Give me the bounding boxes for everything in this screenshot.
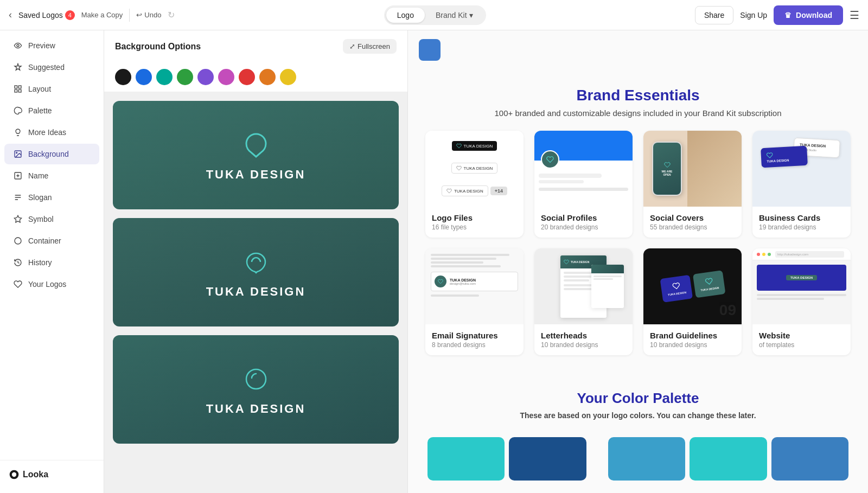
svg-rect-3 bbox=[15, 89, 17, 92]
symbol-icon bbox=[13, 214, 23, 224]
slogan-icon bbox=[13, 193, 23, 202]
svg-marker-8 bbox=[14, 215, 21, 222]
swatch-green[interactable] bbox=[177, 69, 193, 85]
sidebar-item-your-logos[interactable]: Your Logos bbox=[4, 274, 99, 294]
sidebar-item-slogan[interactable]: Slogan bbox=[4, 187, 99, 208]
sidebar-item-more-ideas[interactable]: More Ideas bbox=[4, 122, 99, 143]
fullscreen-button[interactable]: ⤢ Fullscreen bbox=[343, 39, 397, 54]
logo-preview-3[interactable]: TUKA DESIGN bbox=[113, 335, 399, 444]
container-label: Container bbox=[28, 236, 61, 245]
chevron-down-icon: ▾ bbox=[469, 11, 473, 20]
selected-color-square[interactable] bbox=[419, 39, 441, 61]
social-covers-sub: 55 branded designs bbox=[650, 223, 735, 231]
design-card-letterheads[interactable]: TUKA DESIGN bbox=[534, 248, 633, 355]
layout-icon bbox=[13, 84, 23, 94]
color-swatches bbox=[104, 62, 407, 92]
topbar: ‹ Saved Logos 4 Make a Copy ↩ Undo ↻ Log… bbox=[0, 0, 868, 30]
sidebar-item-layout[interactable]: Layout bbox=[4, 79, 99, 99]
design-card-logo-files[interactable]: TUKA DESIGN TUKA DESIGN TUKA DESIGN +14 … bbox=[425, 131, 524, 238]
brand-guidelines-info: Brand Guidelines 10 branded designs bbox=[643, 324, 742, 355]
svg-point-9 bbox=[15, 238, 21, 244]
undo-button[interactable]: ↩ Undo bbox=[136, 11, 161, 19]
brand-guidelines-sub: 10 branded designs bbox=[650, 341, 735, 349]
swatch-yellow[interactable] bbox=[280, 69, 296, 85]
design-card-social-covers[interactable]: WE AREOPEN Social Covers 55 branded desi… bbox=[643, 131, 742, 238]
sidebar-item-background[interactable]: Background bbox=[4, 144, 99, 164]
palette-label: Palette bbox=[28, 106, 52, 115]
brand-guidelines-preview: TUKA DESIGN TUKA DESIGN 09 bbox=[643, 248, 742, 324]
color-palette-title: Your Color Palette bbox=[430, 390, 846, 407]
redo-button[interactable]: ↻ bbox=[168, 10, 175, 20]
design-card-brand-guidelines[interactable]: TUKA DESIGN TUKA DESIGN 09 Brand Guideli… bbox=[643, 248, 742, 355]
sidebar-item-symbol[interactable]: Symbol bbox=[4, 209, 99, 229]
design-card-business-cards[interactable]: TUKA DESIGN Design Studio TUKA DESIGN Bu… bbox=[752, 131, 851, 238]
signup-button[interactable]: Sign Up bbox=[740, 11, 767, 20]
email-signatures-preview: TUKA DESIGN design@tuka.com bbox=[425, 248, 524, 324]
bg-options-title: Background Options bbox=[115, 42, 201, 52]
business-cards-preview: TUKA DESIGN Design Studio TUKA DESIGN bbox=[752, 131, 851, 207]
brand-essentials-section: Brand Essentials 100+ branded and custom… bbox=[408, 69, 868, 131]
social-covers-title: Social Covers bbox=[650, 213, 735, 222]
palette-color-1[interactable] bbox=[427, 437, 505, 481]
share-button[interactable]: Share bbox=[695, 6, 733, 24]
undo-icon: ↩ bbox=[136, 11, 142, 19]
logo-preview-1[interactable]: TUKA DESIGN bbox=[113, 101, 399, 209]
container-icon bbox=[13, 236, 23, 246]
sidebar-item-suggested[interactable]: Suggested bbox=[4, 57, 99, 78]
palette-colors bbox=[408, 428, 868, 493]
design-card-website[interactable]: http://tukadesign.com TUKA DESIGN Websit… bbox=[752, 248, 851, 355]
swatch-red[interactable] bbox=[239, 69, 255, 85]
suggested-label: Suggested bbox=[28, 63, 65, 72]
logo-previews: TUKA DESIGN TUKA DESIGN bbox=[104, 92, 407, 452]
right-panel: Brand Essentials 100+ branded and custom… bbox=[408, 30, 868, 493]
swatch-teal[interactable] bbox=[156, 69, 173, 85]
topbar-left: ‹ Saved Logos 4 Make a Copy ↩ Undo ↻ bbox=[9, 9, 175, 22]
sidebar-item-name[interactable]: Name bbox=[4, 165, 99, 186]
swatch-orange[interactable] bbox=[259, 69, 276, 85]
logo-name-3: TUKA DESIGN bbox=[206, 402, 306, 416]
swatch-pink[interactable] bbox=[218, 69, 234, 85]
sidebar-item-history[interactable]: History bbox=[4, 252, 99, 273]
website-preview: http://tukadesign.com TUKA DESIGN bbox=[752, 248, 851, 324]
sidebar-item-palette[interactable]: Palette bbox=[4, 100, 99, 121]
slogan-label: Slogan bbox=[28, 193, 52, 202]
swatch-purple[interactable] bbox=[197, 69, 214, 85]
website-sub: of templates bbox=[759, 341, 844, 349]
palette-color-3[interactable] bbox=[608, 437, 685, 481]
sidebar-item-container[interactable]: Container bbox=[4, 231, 99, 251]
logo-files-preview: TUKA DESIGN TUKA DESIGN TUKA DESIGN +14 bbox=[425, 131, 524, 207]
email-signatures-info: Email Signatures 8 branded designs bbox=[425, 324, 524, 355]
palette-color-4[interactable] bbox=[690, 437, 767, 481]
sparkle-icon bbox=[13, 62, 23, 72]
heart-icon bbox=[13, 279, 23, 289]
svg-rect-1 bbox=[15, 86, 17, 88]
palette-color-2[interactable] bbox=[509, 437, 586, 481]
hamburger-menu-button[interactable]: ☰ bbox=[850, 9, 859, 22]
logo-preview-2[interactable]: TUKA DESIGN bbox=[113, 218, 399, 326]
palette-color-5[interactable] bbox=[771, 437, 848, 481]
logo-files-sub: 16 file types bbox=[432, 223, 517, 231]
layout-label: Layout bbox=[28, 85, 51, 93]
saved-logos-badge: 4 bbox=[65, 10, 75, 20]
letterheads-sub: 10 branded designs bbox=[541, 341, 626, 349]
letterheads-title: Letterheads bbox=[541, 331, 626, 340]
sidebar-item-preview[interactable]: Preview bbox=[4, 35, 99, 56]
swatch-blue[interactable] bbox=[136, 69, 152, 85]
background-icon bbox=[13, 149, 23, 159]
undo-label: Undo bbox=[144, 11, 161, 19]
center-panel: Background Options ⤢ Fullscreen bbox=[104, 30, 408, 493]
social-covers-preview: WE AREOPEN bbox=[643, 131, 742, 207]
looka-brand-name: Looka bbox=[23, 470, 48, 479]
tab-logo[interactable]: Logo bbox=[386, 8, 425, 23]
logo-name-1: TUKA DESIGN bbox=[206, 168, 306, 182]
download-button[interactable]: ♛ Download bbox=[774, 5, 843, 25]
email-signatures-title: Email Signatures bbox=[432, 331, 517, 340]
make-copy-button[interactable]: Make a Copy bbox=[81, 11, 123, 19]
download-icon: ♛ bbox=[784, 11, 792, 20]
swatch-black[interactable] bbox=[115, 69, 131, 85]
design-card-social-profiles[interactable]: Social Profiles 20 branded designs bbox=[534, 131, 633, 238]
topbar-tabs: Logo Brand Kit ▾ bbox=[384, 5, 486, 25]
back-button[interactable]: ‹ bbox=[9, 9, 12, 21]
tab-brand-kit[interactable]: Brand Kit ▾ bbox=[425, 8, 484, 23]
design-card-email-signatures[interactable]: TUKA DESIGN design@tuka.com Email Signat… bbox=[425, 248, 524, 355]
